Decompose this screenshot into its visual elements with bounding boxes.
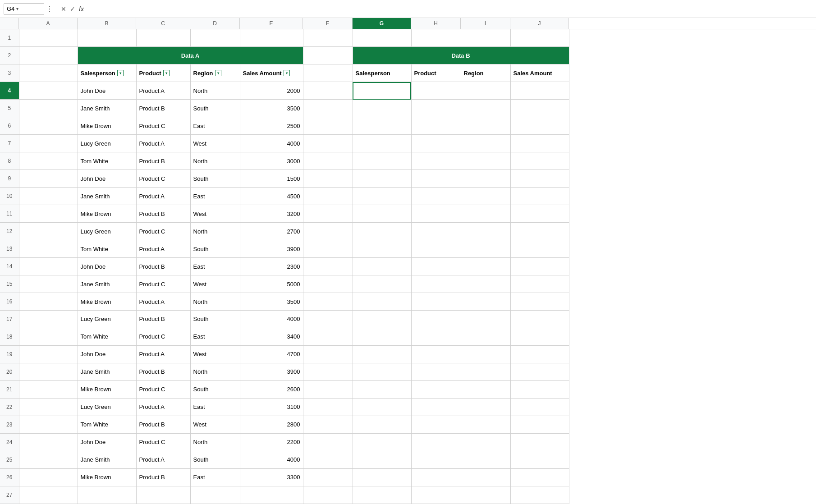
cell-r11-f[interactable]: [303, 205, 353, 223]
data-a-cell-r18-c3[interactable]: 3400: [240, 328, 303, 345]
data-b-cell-r23-c0[interactable]: [353, 416, 411, 433]
col-header-i[interactable]: I: [461, 18, 510, 29]
data-b-cell-r22-c0[interactable]: [353, 398, 411, 416]
cell-r9-f[interactable]: [303, 170, 353, 188]
data-b-cell-r6-c2[interactable]: [461, 117, 510, 135]
data-a-cell-r11-c1[interactable]: Product B: [136, 205, 190, 223]
data-a-cell-r14-c3[interactable]: 2300: [240, 258, 303, 275]
data-a-cell-r12-c3[interactable]: 2700: [240, 223, 303, 240]
data-b-cell-r11-c2[interactable]: [461, 205, 510, 223]
data-a-cell-r24-c0[interactable]: John Doe: [78, 433, 136, 451]
data-a-cell-r8-c2[interactable]: North: [190, 152, 240, 170]
data-a-cell-r15-c1[interactable]: Product C: [136, 275, 190, 293]
data-b-cell-r26-c1[interactable]: [411, 468, 461, 486]
data-b-cell-r16-c1[interactable]: [411, 293, 461, 311]
data-b-cell-r8-c2[interactable]: [461, 152, 510, 170]
cell-r1-c3[interactable]: [190, 29, 240, 47]
cell-r7-f[interactable]: [303, 135, 353, 152]
cell-r4-a[interactable]: [19, 82, 78, 100]
data-b-cell-r13-c0[interactable]: [353, 240, 411, 258]
cancel-icon[interactable]: ✕: [61, 5, 66, 13]
data-b-cell-r10-c1[interactable]: [411, 188, 461, 205]
data-b-cell-r17-c0[interactable]: [353, 311, 411, 328]
data-a-cell-r15-c0[interactable]: Jane Smith: [78, 275, 136, 293]
filter-dropdown-3[interactable]: ▾: [284, 70, 290, 76]
data-b-cell-r24-c0[interactable]: [353, 433, 411, 451]
data-b-cell-r12-c2[interactable]: [461, 223, 510, 240]
data-a-cell-r22-c0[interactable]: Lucy Green: [78, 398, 136, 416]
data-a-cell-r18-c0[interactable]: Tom White: [78, 328, 136, 345]
cell-r27-a[interactable]: [19, 486, 78, 504]
data-b-cell-r7-c1[interactable]: [411, 135, 461, 152]
data-b-cell-r23-c3[interactable]: [510, 416, 569, 433]
col-header-b[interactable]: B: [78, 18, 136, 29]
data-b-cell-r13-c3[interactable]: [510, 240, 569, 258]
data-b-cell-r18-c3[interactable]: [510, 328, 569, 345]
cell-r1-c7[interactable]: [411, 29, 461, 47]
data-a-cell-r20-c1[interactable]: Product B: [136, 363, 190, 380]
data-a-cell-r18-c1[interactable]: Product C: [136, 328, 190, 345]
cell-r23-a[interactable]: [19, 416, 78, 433]
data-a-cell-r6-c0[interactable]: Mike Brown: [78, 117, 136, 135]
data-a-cell-r23-c1[interactable]: Product B: [136, 416, 190, 433]
data-a-cell-r19-c0[interactable]: John Doe: [78, 345, 136, 363]
cell-r1-c6[interactable]: [353, 29, 411, 47]
data-b-cell-r20-c2[interactable]: [461, 363, 510, 380]
data-b-cell-r18-c1[interactable]: [411, 328, 461, 345]
cell-r18-f[interactable]: [303, 328, 353, 345]
cell-ref-chevron-icon[interactable]: ▾: [16, 6, 18, 11]
data-a-cell-r5-c1[interactable]: Product B: [136, 100, 190, 117]
data-a-cell-r12-c1[interactable]: Product C: [136, 223, 190, 240]
data-b-cell-r25-c2[interactable]: [461, 451, 510, 468]
cell-r1-c8[interactable]: [461, 29, 510, 47]
data-a-cell-r23-c3[interactable]: 2800: [240, 416, 303, 433]
data-b-cell-r23-c1[interactable]: [411, 416, 461, 433]
data-a-cell-r20-c3[interactable]: 3900: [240, 363, 303, 380]
data-b-cell-r20-c1[interactable]: [411, 363, 461, 380]
data-b-cell-r17-c2[interactable]: [461, 311, 510, 328]
data-b-cell-r13-c1[interactable]: [411, 240, 461, 258]
cell-r2-f[interactable]: [303, 47, 353, 64]
data-b-cell-r6-c0[interactable]: [353, 117, 411, 135]
data-b-cell-r22-c3[interactable]: [510, 398, 569, 416]
data-a-cell-r5-c2[interactable]: South: [190, 100, 240, 117]
data-a-cell-r23-c2[interactable]: West: [190, 416, 240, 433]
data-a-cell-r7-c3[interactable]: 4000: [240, 135, 303, 152]
cell-r27-b1[interactable]: [136, 486, 190, 504]
data-b-cell-r24-c1[interactable]: [411, 433, 461, 451]
cell-r13-f[interactable]: [303, 240, 353, 258]
cell-r14-f[interactable]: [303, 258, 353, 275]
data-b-cell-r24-c2[interactable]: [461, 433, 510, 451]
cell-r20-a[interactable]: [19, 363, 78, 380]
data-a-cell-r16-c3[interactable]: 3500: [240, 293, 303, 311]
data-a-cell-r13-c3[interactable]: 3900: [240, 240, 303, 258]
data-b-cell-r8-c1[interactable]: [411, 152, 461, 170]
cell-r1-c9[interactable]: [510, 29, 569, 47]
cell-r25-f[interactable]: [303, 451, 353, 468]
formula-input[interactable]: [86, 5, 812, 13]
cell-r23-f[interactable]: [303, 416, 353, 433]
col-header-e[interactable]: E: [240, 18, 303, 29]
data-a-cell-r26-c0[interactable]: Mike Brown: [78, 468, 136, 486]
data-a-cell-r10-c0[interactable]: Jane Smith: [78, 188, 136, 205]
data-b-cell-r17-c3[interactable]: [510, 311, 569, 328]
filter-dropdown-2[interactable]: ▾: [215, 70, 221, 76]
cell-r1-c0[interactable]: [19, 29, 78, 47]
data-b-cell-r21-c1[interactable]: [411, 380, 461, 398]
data-a-cell-r25-c2[interactable]: South: [190, 451, 240, 468]
data-a-cell-r26-c2[interactable]: East: [190, 468, 240, 486]
cell-r17-a[interactable]: [19, 311, 78, 328]
cell-r21-f[interactable]: [303, 380, 353, 398]
data-a-cell-r21-c1[interactable]: Product C: [136, 380, 190, 398]
data-b-cell-r10-c2[interactable]: [461, 188, 510, 205]
data-b-cell-r27-c1[interactable]: [411, 486, 461, 504]
cell-r10-f[interactable]: [303, 188, 353, 205]
data-a-cell-r7-c1[interactable]: Product A: [136, 135, 190, 152]
data-b-cell-r19-c0[interactable]: [353, 345, 411, 363]
data-b-cell-r17-c1[interactable]: [411, 311, 461, 328]
cell-r27-b2[interactable]: [190, 486, 240, 504]
data-a-cell-r9-c3[interactable]: 1500: [240, 170, 303, 188]
confirm-icon[interactable]: ✓: [70, 5, 75, 13]
data-b-cell-r21-c2[interactable]: [461, 380, 510, 398]
data-b-cell-r14-c0[interactable]: [353, 258, 411, 275]
